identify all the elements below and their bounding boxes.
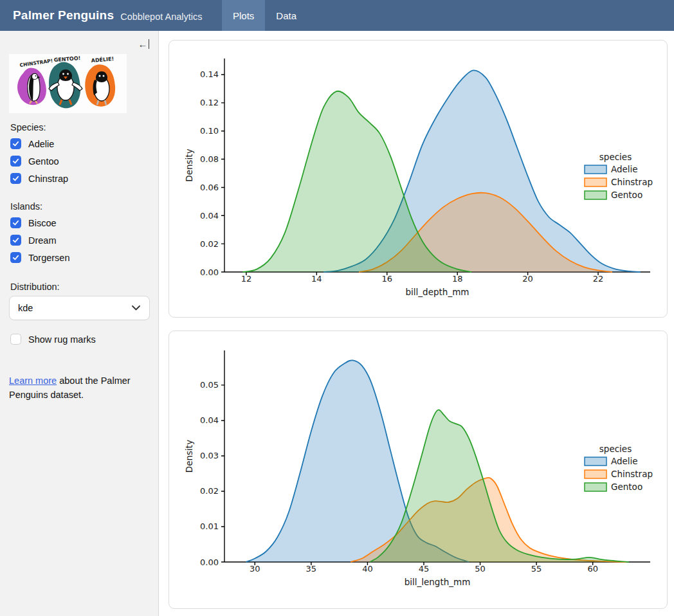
navbar-brand: Palmer Penguins Cobblepot Analytics: [0, 0, 222, 31]
svg-text:species: species: [599, 444, 632, 454]
tab-data[interactable]: Data: [265, 0, 307, 31]
svg-text:0.10: 0.10: [200, 126, 219, 136]
svg-text:Adelie: Adelie: [611, 456, 638, 466]
checkbox-island-torgersen[interactable]: Torgersen: [9, 249, 149, 266]
checkbox-show-rug-marks[interactable]: Show rug marks: [9, 331, 149, 348]
checkbox-species-gentoo[interactable]: Gentoo: [9, 152, 149, 170]
checkbox-checked-icon[interactable]: [10, 173, 21, 184]
svg-text:14: 14: [311, 274, 322, 284]
islands-section-label: Islands:: [10, 201, 149, 212]
svg-text:18: 18: [452, 274, 463, 284]
checkbox-checked-icon[interactable]: [10, 252, 21, 263]
svg-text:Adelie: Adelie: [611, 164, 638, 174]
distribution-section-label: Distribution:: [10, 282, 149, 292]
species-section-label: Species:: [10, 122, 149, 132]
checkbox-island-biscoe[interactable]: Biscoe: [9, 214, 149, 231]
penguins-artwork-image: CHINSTRAP! GENTOO! ADÉLIE!: [9, 54, 127, 113]
checkbox-checked-icon[interactable]: [10, 138, 21, 149]
svg-text:0.04: 0.04: [200, 415, 219, 425]
svg-text:45: 45: [419, 564, 430, 574]
svg-text:Density: Density: [184, 149, 194, 181]
svg-text:Gentoo: Gentoo: [611, 482, 642, 492]
svg-text:0.01: 0.01: [200, 521, 219, 531]
main-content: 0.000.020.040.060.080.100.120.1412141618…: [159, 31, 674, 616]
svg-text:22: 22: [593, 274, 604, 284]
distribution-select[interactable]: kde: [9, 296, 150, 320]
svg-text:60: 60: [587, 564, 598, 574]
checkbox-species-adelie[interactable]: Adelie: [9, 135, 149, 152]
svg-text:55: 55: [531, 564, 542, 574]
svg-text:Chinstrap: Chinstrap: [611, 469, 653, 479]
checkbox-checked-icon[interactable]: [10, 156, 21, 167]
svg-text:20: 20: [522, 274, 533, 284]
svg-text:0.05: 0.05: [200, 380, 219, 390]
tab-plots[interactable]: Plots: [222, 0, 265, 31]
svg-text:0.03: 0.03: [200, 451, 219, 460]
svg-text:0.04: 0.04: [200, 211, 219, 221]
card-bill-length-plot: 0.000.010.020.030.040.0530354045505560bi…: [168, 331, 668, 609]
svg-text:0.14: 0.14: [200, 69, 219, 79]
distribution-selected-value: kde: [18, 303, 33, 313]
svg-text:0.02: 0.02: [200, 239, 219, 249]
checkbox-species-chinstrap[interactable]: Chinstrap: [9, 170, 149, 187]
svg-text:40: 40: [362, 564, 373, 574]
svg-text:bill_length_mm: bill_length_mm: [405, 577, 471, 587]
checkbox-checked-icon[interactable]: [10, 235, 21, 246]
svg-text:35: 35: [306, 564, 317, 574]
svg-text:0.12: 0.12: [200, 98, 219, 107]
app-subtitle: Cobblepot Analytics: [120, 10, 202, 22]
navbar: Palmer Penguins Cobblepot Analytics Plot…: [0, 0, 674, 31]
svg-text:16: 16: [381, 274, 392, 284]
svg-text:0.00: 0.00: [200, 557, 219, 567]
navbar-tabs: Plots Data: [222, 0, 307, 31]
svg-text:50: 50: [475, 564, 486, 574]
card-bill-depth-plot: 0.000.020.040.060.080.100.120.1412141618…: [168, 40, 668, 318]
svg-text:0.00: 0.00: [200, 267, 219, 277]
density-plot-bill-length: 0.000.010.020.030.040.0530354045505560bi…: [169, 331, 667, 608]
app-title: Palmer Penguins: [13, 8, 114, 23]
checkbox-checked-icon[interactable]: [10, 217, 21, 228]
svg-text:bill_depth_mm: bill_depth_mm: [406, 287, 469, 297]
svg-text:12: 12: [241, 274, 252, 284]
svg-text:Density: Density: [184, 440, 194, 473]
chevron-down-icon: [132, 305, 140, 311]
density-plot-bill-depth: 0.000.020.040.060.080.100.120.1412141618…: [169, 41, 667, 317]
svg-text:30: 30: [250, 564, 260, 574]
svg-text:0.06: 0.06: [200, 183, 219, 192]
sidebar: ←: [0, 31, 159, 616]
checkbox-unchecked-icon[interactable]: [10, 334, 21, 345]
svg-text:0.08: 0.08: [200, 154, 219, 164]
sidebar-collapse-icon[interactable]: ←: [138, 37, 150, 50]
checkbox-island-dream[interactable]: Dream: [9, 231, 149, 249]
svg-text:0.02: 0.02: [200, 486, 219, 496]
learn-more-link[interactable]: Learn more: [9, 376, 57, 386]
svg-text:Gentoo: Gentoo: [611, 190, 642, 200]
svg-text:Chinstrap: Chinstrap: [611, 177, 653, 187]
svg-text:species: species: [599, 152, 632, 162]
learn-more-text: Learn more about the Palmer Penguins dat…: [9, 374, 141, 403]
